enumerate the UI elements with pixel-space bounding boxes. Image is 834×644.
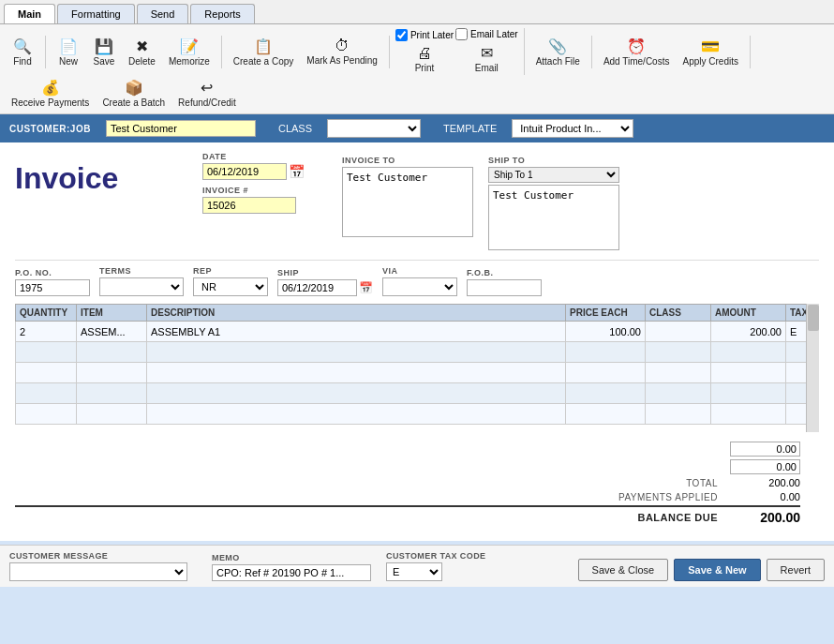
ship-calendar-icon[interactable]: 📅	[359, 281, 373, 294]
receive-payments-button[interactable]: 💰 Receive Payments	[6, 77, 95, 110]
cell-q5[interactable]	[16, 404, 77, 425]
apply-credits-button[interactable]: 💳 Apply Credits	[677, 36, 743, 68]
save-close-button[interactable]: Save & Close	[578, 559, 669, 581]
mark-pending-button[interactable]: ⏱ Mark As Pending	[301, 36, 383, 67]
subtotal-input[interactable]	[730, 442, 800, 457]
add-time-costs-button[interactable]: ⏰ Add Time/Costs	[598, 36, 676, 68]
tab-reports[interactable]: Reports	[190, 4, 255, 23]
email-later-checkbox-label[interactable]: Email Later	[455, 28, 518, 40]
cell-a3[interactable]	[711, 363, 786, 383]
memorize-button[interactable]: 📝 Memorize	[163, 36, 216, 68]
find-button[interactable]: 🔍 Find	[6, 36, 39, 68]
tab-send[interactable]: Send	[137, 4, 189, 23]
class-select[interactable]	[327, 119, 421, 138]
cell-p4[interactable]	[566, 383, 646, 404]
tax-code-field: CUSTOMER TAX CODE E	[386, 551, 485, 581]
attach-file-button[interactable]: 📎 Attach File	[530, 36, 586, 68]
via-select[interactable]	[382, 277, 457, 296]
cell-c4[interactable]	[646, 383, 711, 404]
cell-p3[interactable]	[566, 363, 646, 383]
ship-to-select[interactable]: Ship To 1	[488, 167, 619, 183]
template-label: TEMPLATE	[443, 123, 497, 134]
date-label: DATE	[202, 152, 305, 161]
memo-label: MEMO	[212, 553, 371, 562]
subtotal-line	[15, 442, 800, 457]
cell-i3[interactable]	[77, 363, 147, 383]
save-new-button[interactable]: Save & New	[674, 559, 760, 581]
tab-formatting[interactable]: Formatting	[57, 4, 135, 23]
cell-i5[interactable]	[77, 404, 147, 425]
cell-q3[interactable]	[16, 363, 77, 383]
cell-a4[interactable]	[711, 383, 786, 404]
cell-a5[interactable]	[711, 404, 786, 425]
cell-c5[interactable]	[646, 404, 711, 425]
cell-class[interactable]	[646, 322, 711, 342]
line-items-scroll[interactable]: QUANTITY ITEM DESCRIPTION PRICE EACH CLA…	[15, 304, 819, 432]
col-class: CLASS	[646, 305, 711, 322]
template-select[interactable]: Intuit Product In...	[512, 119, 633, 138]
fob-label: F.O.B.	[467, 268, 542, 277]
po-no-input[interactable]	[15, 279, 90, 296]
payments-applied-line: PAYMENTS APPLIED 0.00	[15, 491, 800, 502]
rep-select[interactable]: NR	[193, 277, 268, 296]
date-input[interactable]	[202, 163, 287, 180]
save-button[interactable]: 💾 Save	[87, 36, 121, 68]
memo-input[interactable]	[212, 564, 371, 581]
delete-label: Delete	[128, 56, 156, 67]
tax-code-select[interactable]: E	[386, 562, 442, 581]
cell-d3[interactable]	[147, 363, 566, 383]
print-button[interactable]: 🖨 Print	[408, 43, 441, 75]
revert-button[interactable]: Revert	[767, 559, 825, 581]
tab-main[interactable]: Main	[4, 4, 55, 23]
create-batch-button[interactable]: 📦 Create a Batch	[97, 77, 171, 110]
po-no-field: P.O. NO.	[15, 268, 90, 296]
cell-quantity-empty[interactable]	[16, 342, 77, 363]
cell-item[interactable]: ASSEM...	[77, 322, 147, 342]
cell-c3[interactable]	[646, 363, 711, 383]
cell-class-empty[interactable]	[646, 342, 711, 363]
fob-input[interactable]	[467, 279, 542, 296]
customer-job-input[interactable]	[106, 120, 256, 137]
print-later-checkbox[interactable]	[395, 29, 408, 41]
create-copy-button[interactable]: 📋 Create a Copy	[228, 36, 299, 68]
cell-i4[interactable]	[77, 383, 147, 404]
cell-description[interactable]: ASSEMBLY A1	[147, 322, 566, 342]
cell-item-empty[interactable]	[77, 342, 147, 363]
table-row	[16, 404, 819, 425]
new-button[interactable]: 📄 New	[52, 36, 85, 68]
cell-desc-empty[interactable]	[147, 342, 566, 363]
payments-applied-label: PAYMENTS APPLIED	[587, 492, 718, 502]
email-later-checkbox[interactable]	[455, 28, 468, 40]
cell-q4[interactable]	[16, 383, 77, 404]
mark-pending-label: Mark As Pending	[306, 55, 378, 66]
invoice-num-input[interactable]	[202, 197, 296, 214]
cell-p5[interactable]	[566, 404, 646, 425]
email-label: Email	[475, 63, 499, 73]
cell-amount-empty[interactable]	[711, 342, 786, 363]
col-amount: AMOUNT	[711, 305, 786, 322]
table-row	[16, 383, 819, 404]
cell-d4[interactable]	[147, 383, 566, 404]
refund-credit-button[interactable]: ↩ Refund/Credit	[172, 77, 242, 110]
customer-message-select[interactable]	[9, 562, 187, 581]
ship-date-input[interactable]	[277, 279, 357, 296]
tax-line	[15, 459, 800, 474]
cell-d5[interactable]	[147, 404, 566, 425]
print-later-checkbox-label[interactable]: Print Later	[395, 29, 454, 41]
date-field-group: DATE 📅	[202, 152, 305, 180]
delete-button[interactable]: ✖ Delete	[123, 36, 161, 68]
calendar-icon[interactable]: 📅	[289, 164, 305, 179]
cell-price[interactable]: 100.00	[566, 322, 646, 342]
bill-to-textarea[interactable]: Test Customer	[342, 167, 473, 237]
table-scrollbar[interactable]	[806, 304, 819, 432]
terms-label: TERMS	[99, 266, 184, 276]
ship-to-textarea[interactable]: Test Customer	[488, 185, 619, 250]
terms-select[interactable]	[99, 277, 184, 296]
email-button[interactable]: ✉ Email	[469, 42, 504, 75]
total-label: TOTAL	[587, 478, 718, 488]
cell-quantity[interactable]: 2	[16, 322, 77, 342]
tax-input[interactable]	[730, 459, 800, 474]
cell-price-empty[interactable]	[566, 342, 646, 363]
cell-amount[interactable]: 200.00	[711, 322, 786, 342]
delete-icon: ✖	[136, 37, 148, 55]
